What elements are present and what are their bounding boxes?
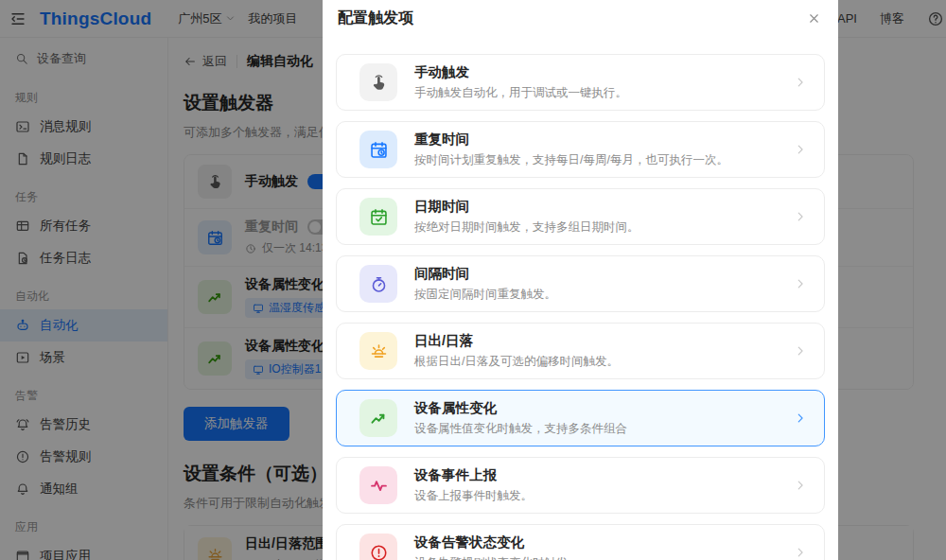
- trigger-option-日期时间[interactable]: 日期时间按绝对日期时间触发，支持多组日期时间。: [336, 188, 825, 245]
- trigger-option-desc: 按时间计划重复触发，支持每日/每周/每月，也可执行一次。: [414, 152, 728, 168]
- trigger-option-desc: 根据日出/日落及可选的偏移时间触发。: [414, 354, 619, 370]
- trigger-option-手动触发[interactable]: 手动触发手动触发自动化，用于调试或一键执行。: [336, 54, 825, 111]
- alert-badge-icon: [359, 534, 397, 560]
- trigger-config-modal: 配置触发项 手动触发手动触发自动化，用于调试或一键执行。重复时间按时间计划重复触…: [323, 0, 838, 560]
- modal-title: 配置触发项: [338, 9, 413, 28]
- trigger-option-title: 设备属性变化: [414, 399, 627, 417]
- trigger-option-日出/日落[interactable]: 日出/日落根据日出/日落及可选的偏移时间触发。: [336, 323, 825, 379]
- trend-up-icon: [369, 409, 389, 429]
- trigger-option-title: 日期时间: [414, 198, 639, 216]
- hand-tap-icon: [359, 63, 397, 101]
- pulse-icon: [369, 476, 389, 496]
- trigger-option-title: 日出/日落: [414, 332, 619, 350]
- trigger-option-desc: 按绝对日期时间触发，支持多组日期时间。: [414, 219, 639, 236]
- trigger-option-title: 设备事件上报: [414, 466, 533, 484]
- chevron-right-icon: [794, 546, 807, 559]
- chevron-right-icon: [794, 143, 807, 156]
- trigger-option-title: 手动触发: [414, 63, 627, 81]
- close-icon[interactable]: [807, 11, 821, 26]
- trigger-option-desc: 设备属性值变化时触发，支持多条件组合: [414, 421, 627, 437]
- trigger-option-设备告警状态变化[interactable]: 设备告警状态变化设备告警规则状态变化时触发: [336, 524, 825, 560]
- trigger-option-间隔时间[interactable]: 间隔时间按固定间隔时间重复触发。: [336, 255, 825, 312]
- trigger-option-title: 重复时间: [414, 131, 728, 149]
- alert-badge-icon: [369, 543, 389, 560]
- trigger-option-title: 设备告警状态变化: [414, 534, 569, 551]
- trigger-option-重复时间[interactable]: 重复时间按时间计划重复触发，支持每日/每周/每月，也可执行一次。: [336, 121, 825, 178]
- trigger-option-desc: 手动触发自动化，用于调试或一键执行。: [414, 85, 627, 101]
- trigger-option-设备属性变化[interactable]: 设备属性变化设备属性值变化时触发，支持多条件组合: [336, 390, 825, 446]
- trigger-option-list: 手动触发手动触发自动化，用于调试或一键执行。重复时间按时间计划重复触发，支持每日…: [336, 54, 825, 560]
- calendar-clock-icon: [359, 131, 397, 168]
- trigger-option-desc: 设备上报事件时触发。: [414, 488, 533, 504]
- trigger-option-desc: 按固定间隔时间重复触发。: [414, 287, 556, 303]
- trigger-option-设备事件上报[interactable]: 设备事件上报设备上报事件时触发。: [336, 457, 825, 514]
- timer-icon: [359, 265, 397, 303]
- sunrise-icon: [359, 332, 397, 370]
- hand-tap-icon: [369, 73, 389, 93]
- pulse-icon: [359, 466, 397, 504]
- chevron-right-icon: [794, 344, 807, 358]
- chevron-right-icon: [794, 210, 807, 223]
- trend-up-icon: [359, 399, 397, 437]
- timer-icon: [369, 274, 389, 294]
- trigger-option-title: 间隔时间: [414, 265, 556, 283]
- trigger-option-desc: 设备告警规则状态变化时触发: [414, 555, 569, 560]
- chevron-right-icon: [794, 479, 807, 492]
- chevron-right-icon: [794, 411, 807, 425]
- calendar-check-icon: [359, 198, 397, 236]
- chevron-right-icon: [794, 277, 807, 290]
- sunrise-icon: [369, 341, 389, 361]
- chevron-right-icon: [794, 76, 807, 89]
- calendar-check-icon: [369, 207, 389, 227]
- calendar-clock-icon: [369, 140, 389, 160]
